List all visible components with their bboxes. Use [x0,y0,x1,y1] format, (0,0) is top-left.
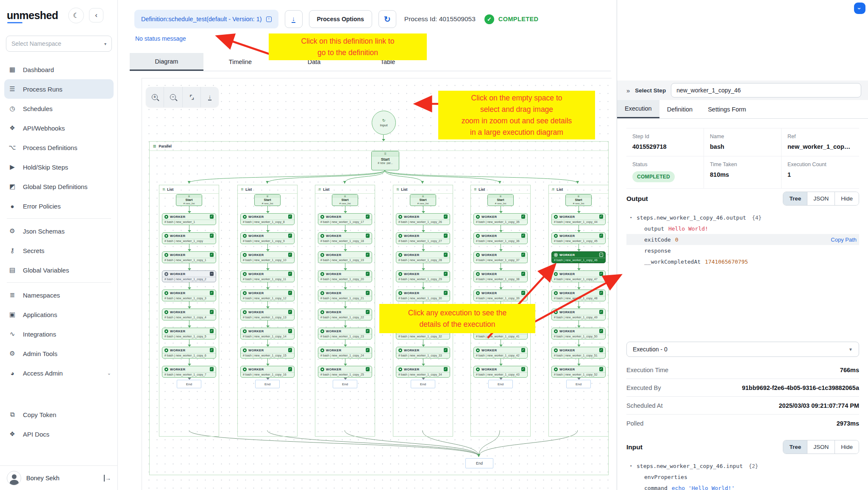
worker-node-new_worker_1_copy_18[interactable]: WORKER✓# bash | new_worker_1_copy_18 [318,232,372,244]
sidebar-item-admin-tools[interactable]: ⚙Admin Tools [0,344,118,363]
start-node[interactable]: ☰ Start # new_par... [371,151,399,170]
download-process-button[interactable]: ↓ [285,10,303,28]
worker-node-new_worker_1_copy_4[interactable]: WORKER✓# bash | new_worker_1_copy_4 [162,309,216,320]
worker-node-new_worker_1_copy_11[interactable]: WORKER✓# bash | new_worker_1_copy_11 [240,270,295,282]
sidebar-item-api-webhooks[interactable]: ❖API/Webhooks [0,118,118,138]
worker-node-new_worker_1_copy_28[interactable]: WORKER✓# bash | new_worker_1_copy_28 [396,251,450,263]
view-json-button[interactable]: JSON [807,440,835,454]
worker-node-new_worker_1_copy_5[interactable]: WORKER✓# bash | new_worker_1_copy_5 [162,328,216,340]
list-end-node[interactable]: End [333,380,357,388]
worker-node-new_worker_1_copy_36[interactable]: WORKER✓# bash | new_worker_1_copy_36 [473,232,528,244]
caret-down-icon[interactable]: ▾ [630,215,637,220]
worker-node-new_worker_1_copy_45[interactable]: WORKER✓# bash | new_worker_1_copy_45 [551,232,606,244]
tab-diagram[interactable]: Diagram [130,53,203,71]
sidebar-item-error-policies[interactable]: ●Error Policies [0,196,118,216]
list-start-node[interactable]: ☰Start# new_list [565,194,592,206]
worker-node-new_worker_1_copy_30[interactable]: WORKER✓# bash | new_worker_1_copy_30 [396,290,450,301]
list-end-node[interactable]: End [255,380,280,388]
caret-down-icon[interactable]: ▾ [630,464,637,468]
sidebar-item-secrets[interactable]: ⚷Secrets [0,241,118,260]
worker-node-new_worker_1_copy_22[interactable]: WORKER✓# bash | new_worker_1_copy_22 [318,309,372,320]
list-start-node[interactable]: ☰Start# new_list [487,194,514,206]
worker-node-new_worker_1_copy_35[interactable]: WORKER✓# bash | new_worker_1_copy_35 [473,213,528,225]
list-end-node[interactable]: End [566,380,591,388]
list-start-node[interactable]: ☰Start# new_list [332,194,358,206]
worker-node-new_worker_1_copy_47[interactable]: WORKER✓# bash | new_worker_1_copy_47 [551,270,606,282]
worker-node-new_worker_1_copy_29[interactable]: WORKER✓# bash | new_worker_1_copy_29 [396,270,450,282]
worker-node-new_worker_1_copy_12[interactable]: WORKER✓# bash | new_worker_1_copy_12 [240,290,295,301]
worker-node-new_worker_1_copy_10[interactable]: WORKER✓# bash | new_worker_1_copy_10 [240,251,295,263]
worker-node-new_worker_1_copy_49[interactable]: WORKER✓# bash | new_worker_1_copy_49 [551,309,606,320]
tab-timeline[interactable]: Timeline [203,53,277,71]
list-end-node[interactable]: End [177,380,201,388]
user-row[interactable]: Boney Sekh → [0,465,118,490]
end-node[interactable]: End [465,458,493,468]
sidebar-item-access-admin[interactable]: ◕Access Admin⌄ [0,363,118,383]
worker-node-new_worker_1_copy_3[interactable]: WORKER✓# bash | new_worker_1_copy_3 [162,290,216,301]
worker-node-new_worker_1_copy_15[interactable]: WORKER✓# bash | new_worker_1_copy_15 [240,347,295,359]
process-options-button[interactable]: Process Options [309,10,372,28]
panel-collapse-icon[interactable]: » [626,87,630,94]
execution-select[interactable]: Execution - 0 ▼ [626,342,859,357]
worker-node-new_worker_1_copy_24[interactable]: WORKER✓# bash | new_worker_1_copy_24 [318,347,372,359]
worker-node-new_worker_1_copy_46[interactable]: WORKER✓# bash | new_worker_1_copy_46 [551,251,606,263]
sidebar-item-dashboard[interactable]: ▦Dashboard [0,60,118,79]
worker-node-new_worker_1_copy_7[interactable]: WORKER✓# bash | new_worker_1_copy_7 [162,366,216,378]
worker-node-new_worker_1_copy_23[interactable]: WORKER✓# bash | new_worker_1_copy_23 [318,328,372,340]
diagram-canvas[interactable]: + − ⌜⌟ ↓ ↻ Input ▥ Parallel ☰ Start # ne… [142,78,612,490]
worker-node-new_worker_1_copy_48[interactable]: WORKER✓# bash | new_worker_1_copy_48 [551,290,606,301]
input-node[interactable]: ↻ Input [372,111,396,135]
worker-node-new_worker_1_copy_50[interactable]: WORKER✓# bash | new_worker_1_copy_50 [551,328,606,340]
view-tree-button[interactable]: Tree [783,192,807,205]
panel-tab-execution[interactable]: Execution [617,100,659,118]
parallel-container[interactable]: ▥ Parallel ☰ Start # new_par... ☰List☰St… [149,141,609,475]
help-widget-button[interactable]: › [854,3,865,14]
view-json-button[interactable]: JSON [807,192,835,205]
sidebar-collapse-button[interactable]: ‹ [89,8,103,22]
list-start-node[interactable]: ☰Start# new_list [176,194,202,206]
worker-node-new_worker_1_copy_9[interactable]: WORKER✓# bash | new_worker_1_copy_9 [240,232,295,244]
status-message-link[interactable]: No status message [135,35,186,42]
panel-tab-definition[interactable]: Definition [659,100,700,118]
download-diagram-button[interactable]: ↓ [201,87,219,107]
refresh-button[interactable]: ↻ [378,10,396,28]
sidebar-item-copy-token[interactable]: ⧉Copy Token [0,405,118,424]
worker-node-new_worker_1_copy_16[interactable]: WORKER✓# bash | new_worker_1_copy_16 [240,366,295,378]
worker-node-new_worker_1_copy_37[interactable]: WORKER✓# bash | new_worker_1_copy_37 [473,251,528,263]
view-tree-button[interactable]: Tree [783,440,807,454]
worker-node-new_worker_1_copy_2[interactable]: WORKER−# bash | new_worker_1_copy_2 [162,270,216,282]
worker-node-new_worker_1_copy_33[interactable]: WORKER✓# bash | new_worker_1_copy_33 [396,347,450,359]
worker-node-new_worker_1_copy_44[interactable]: WORKER✓# bash | new_worker_1_copy_44 [551,213,606,225]
worker-node-new_worker_1_copy_39[interactable]: WORKER✓# bash | new_worker_1_copy_39 [473,290,528,301]
sidebar-item-json-schemas[interactable]: ⚙Json Schemas [0,221,118,241]
sidebar-item-applications[interactable]: ▣Applications [0,305,118,324]
list-start-node[interactable]: ☰Start# new_list [254,194,281,206]
panel-tab-settings-form[interactable]: Settings Form [700,100,754,118]
sidebar-item-global-step-definitions[interactable]: ◩Global Step Definitions [0,177,118,196]
worker-node-new_worker_1_copy_26[interactable]: WORKER✓# bash | new_worker_1_copy_26 [396,213,450,225]
worker-node-new_worker_1_copy_14[interactable]: WORKER✓# bash | new_worker_1_copy_14 [240,328,295,340]
worker-node-new_worker_1_copy_51[interactable]: WORKER✓# bash | new_worker_1_copy_51 [551,347,606,359]
list-end-node[interactable]: End [488,380,513,388]
sidebar-item-integrations[interactable]: ∿Integrations [0,324,118,344]
worker-node-new_worker_1_copy_6[interactable]: WORKER✓# bash | new_worker_1_copy_6 [162,347,216,359]
list-start-node[interactable]: ☰Start# new_list [410,194,436,206]
sidebar-item-api-docs[interactable]: ❖API Docs [0,424,118,444]
zoom-out-button[interactable]: − [164,87,182,107]
view-hide-button[interactable]: Hide [835,440,859,454]
worker-node-new_worker_1[interactable]: WORKER✓# bash | new_worker_1 [162,213,216,225]
list-end-node[interactable]: End [411,380,435,388]
worker-node-new_worker_1_copy_21[interactable]: WORKER✓# bash | new_worker_1_copy_21 [318,290,372,301]
worker-node-new_worker_1_copy_19[interactable]: WORKER✓# bash | new_worker_1_copy_19 [318,251,372,263]
zoom-in-button[interactable]: + [146,87,164,107]
view-hide-button[interactable]: Hide [835,192,859,205]
sidebar-item-namespaces[interactable]: ≣Namespaces [0,285,118,305]
fit-view-button[interactable]: ⌜⌟ [183,87,201,107]
worker-node-new_worker_1_copy_17[interactable]: WORKER✓# bash | new_worker_1_copy_17 [318,213,372,225]
select-step-input[interactable]: new_worker_1_copy_46 [671,83,861,97]
worker-node-new_worker_1_copy_8[interactable]: WORKER✓# bash | new_worker_1_copy_8 [240,213,295,225]
sidebar-item-hold-skip-steps[interactable]: ▶Hold/Skip Steps [0,157,118,177]
worker-node-new_worker_1_copy_42[interactable]: WORKER✓# bash | new_worker_1_copy_42 [473,347,528,359]
worker-node-new_worker_1_copy_20[interactable]: WORKER✓# bash | new_worker_1_copy_20 [318,270,372,282]
worker-node-new_worker_1_copy[interactable]: WORKER✓# bash | new_worker_1_copy [162,232,216,244]
